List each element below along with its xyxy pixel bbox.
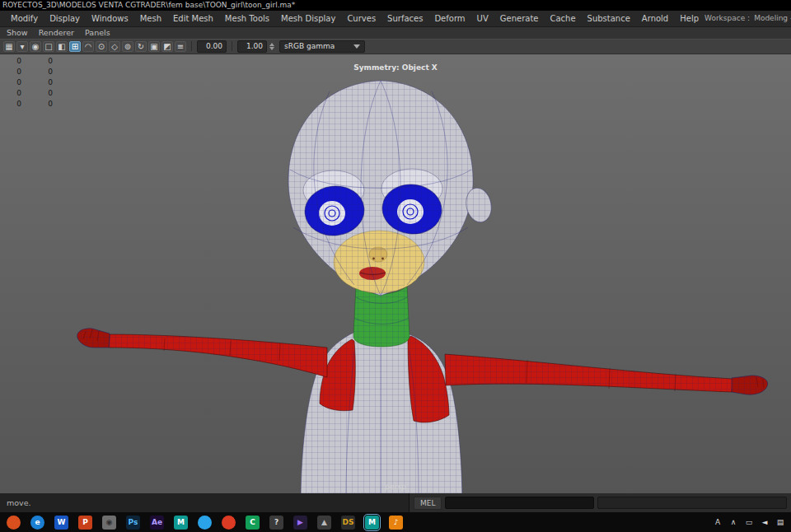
toolbar-separator xyxy=(232,41,232,51)
help-line: move. xyxy=(0,493,410,512)
toolbar-icon[interactable]: ≡ xyxy=(175,41,186,52)
translate-field[interactable]: 0.00 xyxy=(197,40,227,53)
menu-item[interactable]: Generate xyxy=(494,14,545,23)
menu-item[interactable]: Arnold xyxy=(636,14,674,23)
window-title: ROYECTOS_3D\MODELOS VENTA CGTRADER\fem b… xyxy=(0,0,791,11)
taskbar-app-icon[interactable]: Ps xyxy=(126,516,140,530)
menu-item[interactable]: Mesh xyxy=(134,14,167,23)
help-line-text: move. xyxy=(7,498,31,507)
toolbar-icon[interactable]: ▣ xyxy=(148,41,160,52)
taskbar-app-icon[interactable] xyxy=(222,516,236,530)
mel-toggle-button[interactable]: MEL xyxy=(414,497,442,510)
menu-item[interactable]: UV xyxy=(471,14,494,23)
system-tray: A ∧ ▭ ◄ ▤ xyxy=(714,518,784,526)
taskbar-app-icon[interactable]: W xyxy=(54,516,68,530)
toolbar-icon[interactable]: ◧ xyxy=(56,41,68,52)
hud-count-total: 0 xyxy=(8,78,21,86)
taskbar-app-icon[interactable]: ♪ xyxy=(389,516,403,530)
taskbar-app-icon[interactable]: ? xyxy=(269,516,283,530)
toolbar-icon[interactable]: ⊚ xyxy=(122,41,133,52)
menu-item[interactable]: Substance xyxy=(582,14,636,23)
panel-menu-item[interactable]: Show xyxy=(4,28,36,37)
color-space-dropdown[interactable]: sRGB gamma xyxy=(279,40,365,53)
toolbar-icon[interactable]: ↻ xyxy=(135,41,147,52)
workspace-selector[interactable]: Workspace : Modeling - xyxy=(704,14,791,22)
menu-item[interactable]: Edit Mesh xyxy=(167,14,219,23)
camera-label: persp xyxy=(385,483,405,491)
menu-item[interactable]: Windows xyxy=(86,14,134,23)
scale-field[interactable]: 1.00 xyxy=(237,40,267,53)
toolbar-icon[interactable]: □ xyxy=(43,41,54,52)
panel-menubar: Show Renderer Panels xyxy=(0,27,791,39)
menu-item[interactable]: Mesh Tools xyxy=(219,14,275,23)
panel-toolbar: ▦ ▾ ◉ □ ◧ ⊞ ◠ ⊙ ◇ ⊚ ↻ ▣ xyxy=(0,39,791,54)
taskbar-app-icon[interactable]: P xyxy=(78,516,92,530)
hud-count-selected: 0 xyxy=(21,57,53,65)
menu-item[interactable]: Help xyxy=(674,14,704,23)
hud-count-total: 0 xyxy=(8,68,21,76)
taskbar-app-icon[interactable]: DS xyxy=(341,516,355,530)
menu-item[interactable]: Modify xyxy=(5,14,44,23)
tray-icon[interactable]: ▭ xyxy=(745,518,753,526)
menu-item[interactable]: Display xyxy=(44,14,86,23)
panel-menu-item[interactable]: Panels xyxy=(82,28,119,37)
toolbar-icon[interactable]: ⊙ xyxy=(96,41,107,52)
taskbar-app-icon[interactable]: ▶ xyxy=(293,516,307,530)
taskbar-apps: e W P ◉ Ps Ae M C ? ▶ xyxy=(7,516,403,530)
taskbar-app-icon[interactable]: Ae xyxy=(150,516,164,530)
taskbar-app-icon[interactable] xyxy=(7,516,21,530)
menu-item[interactable]: Mesh Display xyxy=(275,14,341,23)
os-taskbar: e W P ◉ Ps Ae M C ? ▶ xyxy=(0,512,791,532)
command-line: MEL xyxy=(410,493,791,512)
mel-input-field[interactable] xyxy=(445,497,594,509)
workspace-label: Workspace : xyxy=(704,14,750,22)
poly-count-hud: 00 00 00 00 00 xyxy=(8,57,53,108)
scale-spinner[interactable] xyxy=(269,43,274,50)
menu-item[interactable]: Deform xyxy=(428,14,470,23)
taskbar-app-icon[interactable]: M xyxy=(365,516,379,530)
hud-count-total: 0 xyxy=(8,57,21,65)
character-model xyxy=(0,54,791,494)
taskbar-app-icon[interactable]: e xyxy=(30,516,44,530)
hud-count-total: 0 xyxy=(8,100,21,108)
workspace-value: Modeling - xyxy=(754,14,791,22)
main-menubar: Modify Display Windows Mesh Edit Mesh Me… xyxy=(0,11,791,27)
menu-item[interactable]: Surfaces xyxy=(381,14,428,23)
menu-item[interactable]: Curves xyxy=(341,14,381,23)
script-output-field[interactable] xyxy=(597,497,787,509)
toolbar-icon[interactable]: ◠ xyxy=(82,41,94,52)
tray-icon[interactable]: ∧ xyxy=(729,518,737,526)
tray-icon[interactable]: ▤ xyxy=(776,518,784,526)
panel-menu-item[interactable]: Renderer xyxy=(36,28,82,37)
hud-count-selected: 0 xyxy=(21,89,53,97)
toolbar-separator xyxy=(191,41,192,51)
hud-count-selected: 0 xyxy=(21,78,53,86)
taskbar-app-icon[interactable]: ◉ xyxy=(102,516,116,530)
toolbar-icon[interactable]: ◉ xyxy=(30,41,41,52)
toolbar-icon[interactable]: ▦ xyxy=(3,41,15,52)
taskbar-app-icon[interactable]: ▲ xyxy=(317,516,331,530)
bottom-band: move. MEL xyxy=(0,493,791,512)
toolbar-icon[interactable]: ▾ xyxy=(16,41,28,52)
taskbar-app-icon[interactable]: C xyxy=(246,516,260,530)
taskbar-app-icon[interactable] xyxy=(198,516,212,530)
taskbar-app-icon[interactable]: M xyxy=(174,516,188,530)
maya-window: ROYECTOS_3D\MODELOS VENTA CGTRADER\fem b… xyxy=(0,0,791,532)
hud-count-selected: 0 xyxy=(21,68,53,76)
hud-count-total: 0 xyxy=(8,89,21,97)
menu-item[interactable]: Cache xyxy=(544,14,581,23)
viewport-3d[interactable]: 00 00 00 00 00 Symmetry: Object X xyxy=(0,54,791,494)
tray-icon[interactable]: ◄ xyxy=(761,518,769,526)
toolbar-icon[interactable]: ⊞ xyxy=(69,41,81,52)
color-space-value: sRGB gamma xyxy=(284,42,335,51)
chevron-down-icon xyxy=(353,44,360,49)
toolbar-icon[interactable]: ◩ xyxy=(161,41,173,52)
hud-count-selected: 0 xyxy=(21,100,53,108)
toolbar-icons: ▦ ▾ ◉ □ ◧ ⊞ ◠ ⊙ ◇ ⊚ ↻ ▣ xyxy=(3,41,186,52)
symmetry-indicator: Symmetry: Object X xyxy=(353,63,438,72)
toolbar-icon[interactable]: ◇ xyxy=(109,41,120,52)
tray-icon[interactable]: A xyxy=(714,518,722,526)
